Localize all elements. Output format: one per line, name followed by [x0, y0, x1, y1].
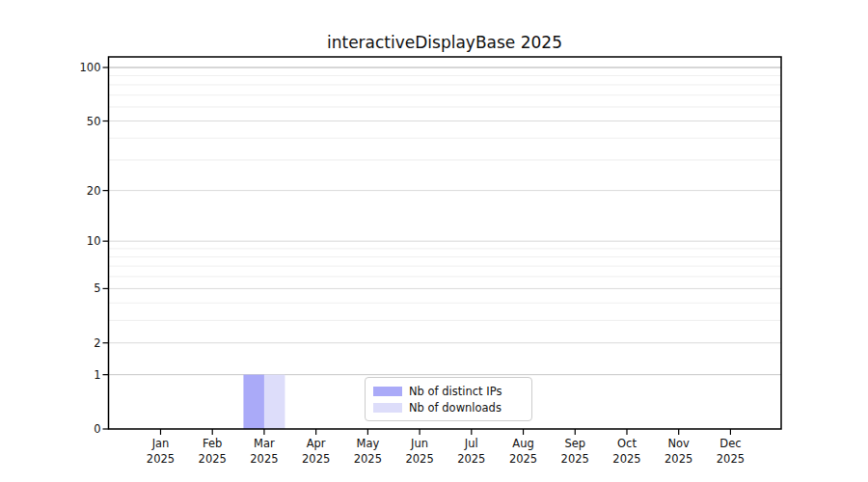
x-tick-label-month: Jun	[410, 437, 428, 450]
x-tick-label-month: Nov	[667, 437, 690, 450]
legend-swatch-distinct-ips-icon	[373, 387, 402, 396]
x-tick-label-year: 2025	[717, 452, 745, 466]
bar-downloads	[264, 375, 285, 429]
x-tick-label-year: 2025	[405, 452, 433, 466]
x-tick-label-month: Feb	[203, 437, 222, 450]
legend: Nb of distinct IPs Nb of downloads	[365, 377, 532, 421]
axis-spines	[109, 57, 782, 429]
x-tick-label-month: Aug	[512, 437, 533, 450]
y-tick-label: 100	[80, 61, 101, 74]
y-tick-label: 5	[94, 281, 100, 295]
x-tick-label-year: 2025	[250, 452, 278, 466]
legend-label-downloads: Nb of downloads	[409, 402, 502, 414]
x-tick-label-year: 2025	[147, 452, 175, 466]
x-tick-label-year: 2025	[457, 452, 485, 466]
x-tick-label-month: Jan	[151, 437, 170, 450]
legend-item-downloads: Nb of downloads	[373, 400, 524, 415]
legend-item-distinct-ips: Nb of distinct IPs	[373, 384, 524, 399]
x-tick-label-year: 2025	[509, 452, 537, 466]
legend-swatch-downloads-icon	[373, 403, 402, 413]
x-tick-label-month: Mar	[254, 437, 275, 450]
x-tick-label-month: Oct	[617, 437, 637, 450]
legend-label-distinct-ips: Nb of distinct IPs	[409, 386, 502, 397]
y-tick-label: 2	[94, 336, 100, 350]
figure: interactiveDisplayBase 2025 012510205010…	[0, 0, 868, 482]
x-tick-label-year: 2025	[354, 452, 382, 466]
x-tick-label-month: Apr	[307, 437, 326, 450]
y-tick-label: 0	[94, 422, 100, 436]
y-tick-label: 20	[87, 184, 101, 198]
x-tick-label-year: 2025	[302, 452, 330, 466]
x-tick-label-year: 2025	[199, 452, 227, 466]
y-tick-label: 50	[87, 115, 101, 128]
y-tick-label: 1	[94, 368, 100, 382]
x-tick-label-month: May	[356, 437, 379, 450]
x-tick-label-year: 2025	[561, 452, 589, 466]
x-tick-label-month: Sep	[564, 437, 585, 450]
x-tick-label-month: Dec	[719, 437, 741, 450]
x-tick-label-year: 2025	[612, 452, 640, 466]
x-tick-label-year: 2025	[665, 452, 692, 466]
x-tick-label-month: Jul	[464, 437, 478, 450]
bar-distinct-ips	[243, 375, 264, 429]
y-tick-label: 10	[87, 234, 101, 248]
